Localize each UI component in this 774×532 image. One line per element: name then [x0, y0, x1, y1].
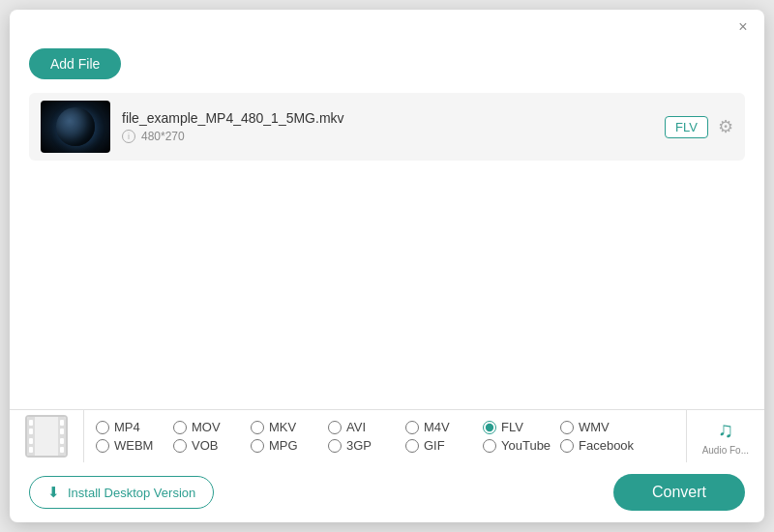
- format-icon-area: [10, 410, 84, 462]
- film-strip-right: [58, 417, 66, 456]
- format-label-mkv: MKV: [269, 420, 296, 434]
- film-hole: [29, 429, 33, 434]
- format-row-2: WEBMVOBMPG3GPGIFYouTubeFacebook: [96, 438, 674, 453]
- footer: ⬇ Install Desktop Version Convert: [10, 462, 764, 522]
- format-label-mpg: MPG: [269, 438, 298, 453]
- film-center: [35, 417, 58, 456]
- radio-flv[interactable]: [483, 421, 496, 434]
- file-thumbnail: [41, 101, 110, 153]
- thumbnail-inner: [41, 101, 110, 153]
- file-item: file_example_MP4_480_1_5MG.mkv i 480*270…: [29, 93, 745, 161]
- format-label-webm: WEBM: [114, 438, 153, 453]
- format-option-vob[interactable]: VOB: [173, 438, 251, 453]
- format-grid: MP4MOVMKVAVIM4VFLVWMV WEBMVOBMPG3GPGIFYo…: [84, 410, 686, 462]
- radio-mp4[interactable]: [96, 421, 109, 434]
- radio-mpg[interactable]: [251, 439, 264, 453]
- audio-label: Audio Fo...: [702, 445, 749, 456]
- format-option-webm[interactable]: WEBM: [96, 438, 173, 453]
- info-icon[interactable]: i: [122, 130, 135, 143]
- add-file-button[interactable]: Add File: [29, 48, 121, 79]
- format-label-mp4: MP4: [114, 420, 140, 434]
- format-option-mkv[interactable]: MKV: [251, 420, 328, 434]
- convert-button[interactable]: Convert: [613, 474, 745, 511]
- format-option-3gp[interactable]: 3GP: [328, 438, 405, 453]
- radio-gif[interactable]: [405, 439, 419, 453]
- format-option-m4v[interactable]: M4V: [405, 420, 483, 434]
- film-strip-left: [27, 417, 35, 456]
- close-button[interactable]: ×: [733, 17, 753, 37]
- radio-facebook[interactable]: [560, 439, 574, 453]
- film-hole: [29, 438, 33, 444]
- film-icon: [25, 415, 68, 458]
- download-icon: ⬇: [47, 484, 60, 501]
- format-option-mpg[interactable]: MPG: [251, 438, 328, 453]
- planet-image: [56, 107, 95, 146]
- title-bar: ×: [10, 10, 764, 41]
- format-label-flv: FLV: [501, 420, 523, 434]
- file-actions: FLV ⚙: [665, 116, 733, 138]
- format-option-avi[interactable]: AVI: [328, 420, 405, 434]
- install-desktop-button[interactable]: ⬇ Install Desktop Version: [29, 476, 214, 509]
- format-label-wmv: WMV: [579, 420, 610, 434]
- format-option-wmv[interactable]: WMV: [560, 420, 638, 434]
- format-label-3gp: 3GP: [346, 438, 372, 453]
- file-meta: i 480*270: [122, 130, 653, 143]
- format-option-flv[interactable]: FLV: [483, 420, 560, 434]
- radio-wmv[interactable]: [560, 421, 574, 434]
- format-option-youtube[interactable]: YouTube: [483, 438, 560, 453]
- format-label-facebook: Facebook: [579, 438, 634, 453]
- format-option-gif[interactable]: GIF: [405, 438, 483, 453]
- radio-vob[interactable]: [173, 439, 187, 453]
- film-hole: [60, 447, 64, 453]
- radio-mkv[interactable]: [251, 421, 264, 434]
- radio-avi[interactable]: [328, 421, 342, 434]
- bottom-panel: MP4MOVMKVAVIM4VFLVWMV WEBMVOBMPG3GPGIFYo…: [10, 409, 764, 462]
- film-hole: [29, 420, 33, 426]
- audio-icon-area[interactable]: ♫ Audio Fo...: [686, 410, 764, 462]
- format-row-1: MP4MOVMKVAVIM4VFLVWMV: [96, 420, 674, 434]
- content-area: Add File file_example_MP4_480_1_5MG.mkv …: [10, 41, 764, 409]
- format-label-m4v: M4V: [424, 420, 450, 434]
- format-label-gif: GIF: [424, 438, 445, 453]
- radio-webm[interactable]: [96, 439, 109, 453]
- install-label: Install Desktop Version: [68, 486, 195, 500]
- format-label-mov: MOV: [192, 420, 221, 434]
- film-hole: [29, 447, 33, 453]
- film-hole: [60, 438, 64, 444]
- radio-youtube[interactable]: [483, 439, 496, 453]
- radio-mov[interactable]: [173, 421, 187, 434]
- format-label-vob: VOB: [192, 438, 218, 453]
- file-list: file_example_MP4_480_1_5MG.mkv i 480*270…: [29, 93, 745, 409]
- format-label-youtube: YouTube: [501, 438, 551, 453]
- file-info: file_example_MP4_480_1_5MG.mkv i 480*270: [122, 110, 653, 143]
- music-note-icon: ♫: [718, 418, 734, 443]
- main-window: × Add File file_example_MP4_480_1_5MG.mk…: [10, 10, 764, 522]
- file-resolution: 480*270: [141, 130, 185, 143]
- format-option-mp4[interactable]: MP4: [96, 420, 173, 434]
- format-option-mov[interactable]: MOV: [173, 420, 251, 434]
- format-badge[interactable]: FLV: [665, 116, 708, 138]
- settings-icon[interactable]: ⚙: [718, 116, 733, 137]
- format-label-avi: AVI: [346, 420, 366, 434]
- radio-m4v[interactable]: [405, 421, 419, 434]
- film-hole: [60, 420, 64, 426]
- film-hole: [60, 429, 64, 434]
- format-option-facebook[interactable]: Facebook: [560, 438, 638, 453]
- radio-3gp[interactable]: [328, 439, 342, 453]
- file-name: file_example_MP4_480_1_5MG.mkv: [122, 110, 653, 126]
